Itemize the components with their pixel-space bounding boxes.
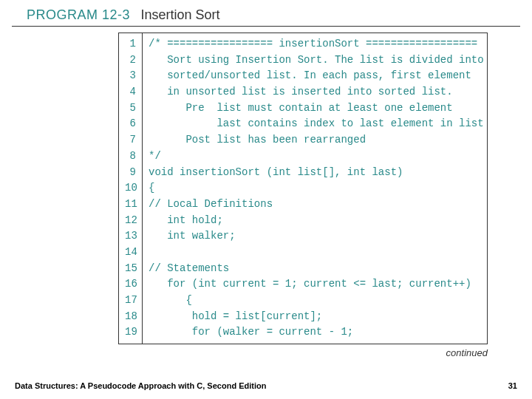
page-footer: Data Structures: A Pseudocode Approach w…	[15, 381, 517, 390]
program-title: Insertion Sort	[141, 7, 220, 22]
program-header: PROGRAM 12-3 Insertion Sort	[12, 0, 520, 27]
code-content: /* ================= insertionSort =====…	[143, 33, 490, 344]
book-title: Data Structures: A Pseudocode Approach w…	[15, 381, 266, 390]
continued-label: continued	[0, 347, 488, 358]
program-label: PROGRAM 12-3	[27, 7, 130, 22]
page-number: 31	[508, 381, 517, 390]
line-numbers-gutter: 1 2 3 4 5 6 7 8 9 10 11 12 13 14 15 16 1…	[119, 33, 143, 344]
code-listing: 1 2 3 4 5 6 7 8 9 10 11 12 13 14 15 16 1…	[118, 33, 488, 344]
